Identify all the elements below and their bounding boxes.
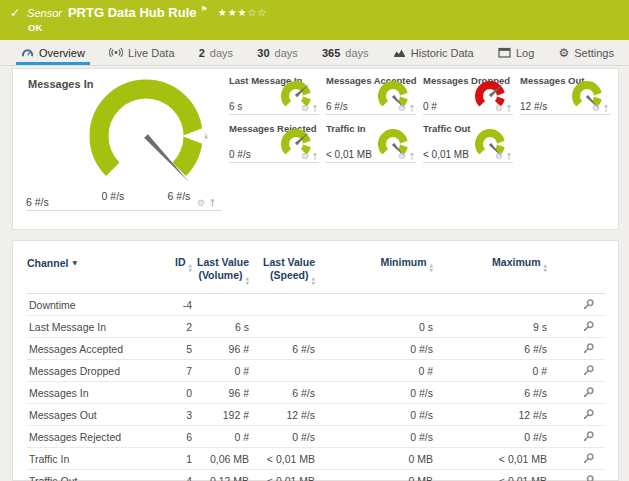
channel-actions-cell[interactable] <box>547 426 605 448</box>
sensor-title: PRTG Data Hub Rule <box>68 5 197 20</box>
tab-label: Settings <box>574 47 614 59</box>
maximum-cell <box>433 294 547 316</box>
channel-row-messages-out[interactable]: Messages Out3192 #12 #/s0 #/s12 #/s <box>27 404 605 426</box>
pin-icon[interactable] <box>408 104 416 113</box>
gauge-card-traffic-out: Traffic Out< 0,01 MB⚙ <box>423 122 513 163</box>
sort-icon[interactable]: ▲▼ <box>430 264 433 273</box>
channel-settings-icon[interactable] <box>582 342 595 355</box>
tab-overview[interactable]: Overview <box>16 40 90 65</box>
last-value-volume-cell: 0,06 MB <box>192 448 249 470</box>
channel-row-messages-dropped[interactable]: Messages Dropped70 #0 #0 # <box>27 360 605 382</box>
flag-icon[interactable]: ⚑ <box>201 5 208 14</box>
channel-row-messages-in[interactable]: Messages In096 #6 #/s0 #/s6 #/s <box>27 382 605 404</box>
channel-settings-icon[interactable] <box>582 386 595 399</box>
channel-settings-icon[interactable] <box>582 298 595 311</box>
column-header-channel[interactable]: Channel▼ <box>27 251 147 294</box>
tab-365-days[interactable]: 365 days <box>317 40 374 65</box>
channel-actions-cell[interactable] <box>547 404 605 426</box>
channel-settings-icon[interactable] <box>582 320 595 333</box>
gear-icon[interactable]: ⚙ <box>197 199 205 208</box>
channel-actions-cell[interactable] <box>547 338 605 360</box>
channel-actions-cell[interactable] <box>547 316 605 338</box>
tab-live-data[interactable]: Live Data <box>104 40 179 65</box>
column-header-maximum[interactable]: Maximum▲▼ <box>433 251 547 294</box>
channel-name-cell[interactable]: Downtime <box>27 294 147 316</box>
tab-label: Overview <box>39 47 85 59</box>
pin-icon[interactable] <box>311 152 319 161</box>
pin-icon[interactable] <box>505 104 513 113</box>
sort-icon[interactable]: ▲▼ <box>246 277 249 286</box>
gauge-value: 0 #/s <box>229 149 251 160</box>
last-value-speed-cell: < 0,01 MB <box>249 448 315 470</box>
sort-icon[interactable]: ▲▼ <box>312 277 315 286</box>
channel-settings-icon[interactable] <box>582 452 595 465</box>
maximum-cell: 6 #/s <box>433 338 547 360</box>
id-cell: 3 <box>147 404 192 426</box>
tab-historic-data[interactable]: Historic Data <box>388 40 479 65</box>
channel-name-cell[interactable]: Traffic Out <box>27 470 147 481</box>
gauge-value: 12 #/s <box>520 101 547 112</box>
channel-settings-icon[interactable] <box>582 430 595 443</box>
channel-name-cell[interactable]: Messages Rejected <box>27 426 147 448</box>
sort-icon[interactable]: ▲▼ <box>544 264 547 273</box>
last-value-speed-cell: 6 #/s <box>249 338 315 360</box>
channel-actions-cell[interactable] <box>547 382 605 404</box>
channel-actions-cell[interactable] <box>547 294 605 316</box>
gauges-panel: Messages In x̄ 0 #/s 6 #/s 6 #/s ⚙ Last … <box>12 68 619 230</box>
channel-actions-cell[interactable] <box>547 448 605 470</box>
column-header-id[interactable]: ID▲▼ <box>147 251 192 294</box>
pin-icon[interactable] <box>208 198 217 208</box>
channel-actions-cell[interactable] <box>547 470 605 481</box>
pin-icon[interactable] <box>311 104 319 113</box>
tab-settings[interactable]: ⚙ Settings <box>553 40 619 65</box>
channel-name-cell[interactable]: Messages Accepted <box>27 338 147 360</box>
column-header-last-value-volume[interactable]: Last Value(Volume)▲▼ <box>192 251 249 294</box>
last-value-volume-cell: 6 s <box>192 316 249 338</box>
channel-row-last-message-in[interactable]: Last Message In26 s0 s9 s <box>27 316 605 338</box>
gear-icon[interactable]: ⚙ <box>301 152 309 161</box>
last-value-speed-cell <box>249 316 315 338</box>
gauge-title: Traffic Out <box>423 123 471 134</box>
gauge-actions: ⚙ <box>495 152 513 161</box>
column-header-last-value-speed[interactable]: Last Value(Speed)▲▼ <box>249 251 315 294</box>
last-value-volume-cell: 192 # <box>192 404 249 426</box>
channel-name-cell[interactable]: Messages Out <box>27 404 147 426</box>
tab-log[interactable]: Log <box>493 40 539 65</box>
column-header-minimum[interactable]: Minimum▲▼ <box>315 251 433 294</box>
sensor-kind-label: Sensor <box>27 7 62 19</box>
channel-row-messages-rejected[interactable]: Messages Rejected60 #0 #/s0 #/s0 #/s <box>27 426 605 448</box>
gear-icon[interactable]: ⚙ <box>398 104 406 113</box>
gear-icon[interactable]: ⚙ <box>495 104 503 113</box>
tab-30-days[interactable]: 30 days <box>252 40 303 65</box>
last-value-volume-cell: 0,12 MB <box>192 470 249 481</box>
gear-icon[interactable]: ⚙ <box>495 152 503 161</box>
gear-icon[interactable]: ⚙ <box>592 104 600 113</box>
tab-2-days[interactable]: 2 days <box>194 40 238 65</box>
tab-number: 2 <box>199 47 205 59</box>
last-value-speed-cell: 6 #/s <box>249 382 315 404</box>
tab-number: 365 <box>322 47 340 59</box>
channel-name-cell[interactable]: Messages Dropped <box>27 360 147 382</box>
check-icon: ✓ <box>10 6 20 20</box>
star-rating[interactable]: ★★★☆☆ <box>218 7 268 18</box>
channel-settings-icon[interactable] <box>582 364 595 377</box>
sort-icon[interactable]: ▲▼ <box>189 264 192 273</box>
minimum-cell: 0 s <box>315 316 433 338</box>
pin-icon[interactable] <box>602 104 610 113</box>
channel-row-downtime[interactable]: Downtime-4 <box>27 294 605 316</box>
channel-actions-cell[interactable] <box>547 360 605 382</box>
tab-label: Historic Data <box>411 47 474 59</box>
channel-row-traffic-out[interactable]: Traffic Out40,12 MB< 0,01 MB0 MB< 0,01 M… <box>27 470 605 481</box>
channel-name-cell[interactable]: Last Message In <box>27 316 147 338</box>
pin-icon[interactable] <box>408 152 416 161</box>
channel-name-cell[interactable]: Messages In <box>27 382 147 404</box>
gear-icon[interactable]: ⚙ <box>398 152 406 161</box>
channel-name-cell[interactable]: Traffic In <box>27 448 147 470</box>
sensor-banner-line: ✓ Sensor PRTG Data Hub Rule ⚑ ★★★☆☆ <box>10 5 268 20</box>
channel-settings-icon[interactable] <box>582 474 595 481</box>
pin-icon[interactable] <box>505 152 513 161</box>
gear-icon[interactable]: ⚙ <box>301 104 309 113</box>
channel-row-traffic-in[interactable]: Traffic In10,06 MB< 0,01 MB0 MB< 0,01 MB <box>27 448 605 470</box>
channel-settings-icon[interactable] <box>582 408 595 421</box>
channel-row-messages-accepted[interactable]: Messages Accepted596 #6 #/s0 #/s6 #/s <box>27 338 605 360</box>
